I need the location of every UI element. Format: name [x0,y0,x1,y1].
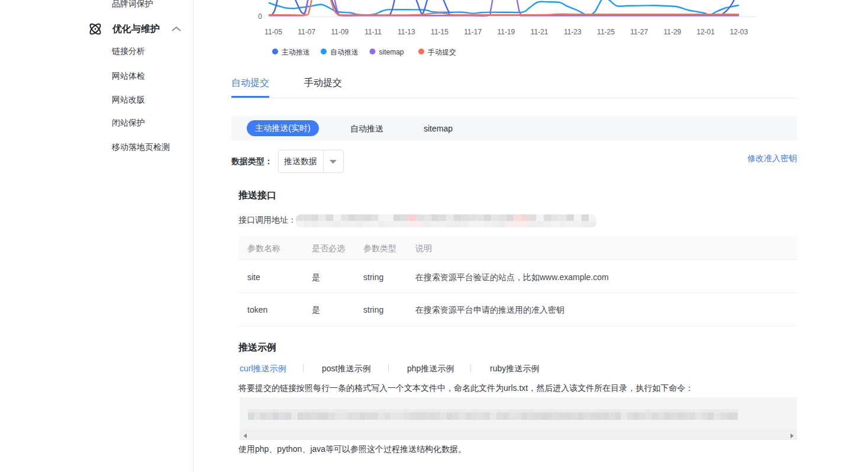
svg-text:11-25: 11-25 [597,28,615,36]
svg-text:自动推送: 自动推送 [330,48,359,56]
svg-text:11-13: 11-13 [398,28,415,36]
svg-text:手动提交: 手动提交 [428,48,456,56]
svg-text:11-21: 11-21 [531,28,548,36]
svg-text:11-17: 11-17 [464,28,482,36]
svg-text:11-23: 11-23 [564,28,582,36]
svg-text:11-09: 11-09 [331,28,349,36]
svg-text:11-07: 11-07 [298,28,315,36]
svg-text:0: 0 [258,12,262,21]
svg-text:主动推送: 主动推送 [282,48,310,56]
svg-text:11-05: 11-05 [264,28,282,36]
svg-text:11-15: 11-15 [431,28,448,36]
svg-text:12-03: 12-03 [730,28,748,36]
svg-text:11-11: 11-11 [364,28,382,36]
svg-text:sitemap: sitemap [379,48,404,56]
svg-text:11-27: 11-27 [630,28,648,36]
svg-text:11-29: 11-29 [663,28,681,36]
svg-text:11-19: 11-19 [497,28,515,36]
svg-text:12-01: 12-01 [696,28,715,36]
